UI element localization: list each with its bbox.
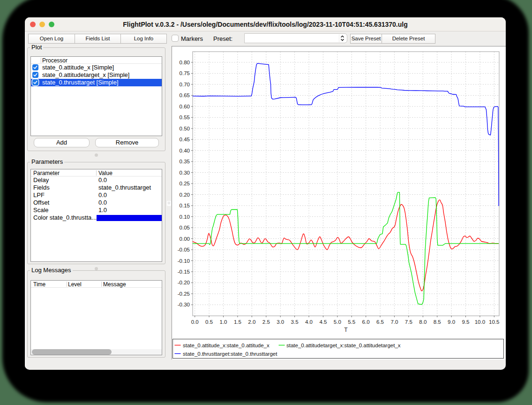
svg-text:5.0: 5.0 <box>334 319 341 325</box>
svg-text:8.5: 8.5 <box>434 319 441 325</box>
svg-text:0.35: 0.35 <box>180 159 190 164</box>
svg-text:0.70: 0.70 <box>180 82 190 87</box>
svg-text:5.5: 5.5 <box>348 319 355 325</box>
svg-text:-0.25: -0.25 <box>178 291 190 297</box>
svg-text:state_0.thrusttarget:state_0.t: state_0.thrusttarget:state_0.thrusttarge… <box>183 351 277 357</box>
svg-text:0.20: 0.20 <box>180 192 190 198</box>
svg-text:7.5: 7.5 <box>405 319 412 325</box>
svg-text:2.5: 2.5 <box>262 319 270 325</box>
svg-text:0.75: 0.75 <box>180 70 190 76</box>
svg-text:8.0: 8.0 <box>419 319 427 325</box>
svg-text:4.0: 4.0 <box>305 319 313 325</box>
svg-text:7.0: 7.0 <box>390 319 398 325</box>
svg-text:1.0: 1.0 <box>220 319 227 325</box>
svg-text:0.45: 0.45 <box>180 137 190 142</box>
svg-text:3.5: 3.5 <box>291 319 299 325</box>
svg-text:state_0.attitudetarget_x:state: state_0.attitudetarget_x:state_0.attitud… <box>286 343 401 348</box>
svg-text:-0.20: -0.20 <box>178 280 190 285</box>
svg-text:6.0: 6.0 <box>362 319 370 325</box>
svg-text:0.25: 0.25 <box>180 181 190 186</box>
svg-text:0.55: 0.55 <box>180 115 190 120</box>
svg-text:0.10: 0.10 <box>180 214 190 220</box>
svg-text:3.0: 3.0 <box>277 319 284 325</box>
svg-text:0.80: 0.80 <box>180 60 190 65</box>
svg-text:0.30: 0.30 <box>180 170 190 176</box>
svg-text:6.5: 6.5 <box>376 319 384 325</box>
svg-text:4.5: 4.5 <box>319 319 327 325</box>
svg-text:-0.10: -0.10 <box>178 258 190 264</box>
svg-text:0.65: 0.65 <box>180 92 190 98</box>
svg-text:2.0: 2.0 <box>248 319 255 325</box>
svg-text:0.60: 0.60 <box>180 104 190 109</box>
svg-text:0.00: 0.00 <box>180 236 190 242</box>
svg-text:state_0.attitude_x:state_0.att: state_0.attitude_x:state_0.attitude_x <box>183 343 270 348</box>
svg-text:0.0: 0.0 <box>191 319 199 325</box>
svg-text:1.5: 1.5 <box>234 319 241 325</box>
svg-text:9.5: 9.5 <box>462 319 470 325</box>
svg-text:0.05: 0.05 <box>180 225 190 230</box>
svg-text:0.50: 0.50 <box>180 126 190 131</box>
svg-text:T: T <box>344 327 348 333</box>
svg-text:-0.15: -0.15 <box>178 269 190 275</box>
svg-text:10.0: 10.0 <box>475 319 485 325</box>
svg-text:10.5: 10.5 <box>489 319 499 325</box>
svg-text:0.5: 0.5 <box>205 319 213 325</box>
svg-text:-0.30: -0.30 <box>178 302 190 307</box>
svg-text:0.40: 0.40 <box>180 148 190 153</box>
svg-text:-0.05: -0.05 <box>178 247 190 252</box>
svg-text:0.15: 0.15 <box>180 203 190 208</box>
svg-text:9.0: 9.0 <box>448 319 455 325</box>
